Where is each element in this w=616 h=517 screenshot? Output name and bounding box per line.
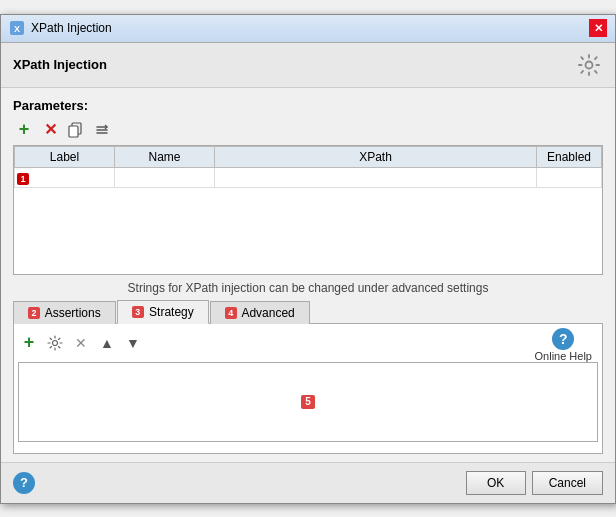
area-badge-5: 5	[301, 395, 315, 409]
assertions-up-button[interactable]: ▲	[96, 332, 118, 354]
help-icon: ?	[552, 328, 574, 350]
gear-icon[interactable]	[575, 51, 603, 79]
tab-badge-assertions: 2	[28, 307, 40, 319]
copy-parameter-button[interactable]	[65, 119, 87, 141]
assertions-remove-button[interactable]: ✕	[70, 332, 92, 354]
title-bar-text: XPath Injection	[31, 21, 112, 35]
footer-help-button[interactable]: ?	[13, 472, 35, 494]
row-empty-enabled	[537, 167, 602, 187]
table-row-first: 1	[15, 167, 602, 187]
title-bar-left: X XPath Injection	[9, 20, 112, 36]
row-empty-name	[115, 167, 215, 187]
assertions-content: 5	[18, 362, 598, 442]
window-icon: X	[9, 20, 25, 36]
online-help[interactable]: ? Online Help	[535, 328, 592, 362]
parameters-toolbar: + ✕	[13, 119, 603, 141]
tab-content-area: + ✕ ▲ ▼ ? Online Help 5	[13, 324, 603, 454]
row-empty-xpath	[215, 167, 537, 187]
tab-badge-strategy: 3	[132, 306, 144, 318]
cancel-button[interactable]: Cancel	[532, 471, 603, 495]
svg-point-5	[53, 340, 58, 345]
tab-assertions[interactable]: 2 Assertions	[13, 301, 116, 324]
ok-button[interactable]: OK	[466, 471, 526, 495]
section-title: XPath Injection	[13, 57, 107, 72]
tab-advanced-label: Advanced	[241, 306, 294, 320]
svg-text:X: X	[14, 24, 20, 34]
footer-right: OK Cancel	[466, 471, 603, 495]
remove-parameter-button[interactable]: ✕	[39, 119, 61, 141]
tab-strategy[interactable]: 3 Strategy	[117, 300, 209, 324]
assertions-settings-button[interactable]	[44, 332, 66, 354]
col-name: Name	[115, 146, 215, 167]
main-window: X XPath Injection ✕ XPath Injection Para…	[0, 14, 616, 504]
assertions-add-button[interactable]: +	[18, 332, 40, 354]
tabs-container: 2 Assertions 3 Strategy 4 Advanced	[13, 299, 603, 324]
row-badge-cell: 1	[15, 167, 115, 187]
col-label: Label	[15, 146, 115, 167]
tab-badge-advanced: 4	[225, 307, 237, 319]
add-parameter-button[interactable]: +	[13, 119, 35, 141]
col-enabled: Enabled	[537, 146, 602, 167]
parameters-table: Label Name XPath Enabled 1	[14, 146, 602, 188]
col-xpath: XPath	[215, 146, 537, 167]
tab-strategy-label: Strategy	[149, 305, 194, 319]
title-bar: X XPath Injection ✕	[1, 15, 615, 43]
online-help-label: Online Help	[535, 350, 592, 362]
row-number-1: 1	[17, 173, 29, 185]
tab-advanced[interactable]: 4 Advanced	[210, 301, 310, 324]
info-text: Strings for XPath injection can be chang…	[13, 281, 603, 295]
footer-left: ?	[13, 472, 35, 494]
assertions-down-button[interactable]: ▼	[122, 332, 144, 354]
svg-rect-4	[69, 126, 78, 137]
main-content: Parameters: + ✕	[1, 98, 615, 462]
parameters-label: Parameters:	[13, 98, 603, 113]
tab-assertions-label: Assertions	[45, 306, 101, 320]
parameters-table-container: Label Name XPath Enabled 1	[13, 145, 603, 275]
svg-point-2	[586, 61, 593, 68]
move-parameter-button[interactable]	[91, 119, 113, 141]
section-header: XPath Injection	[1, 43, 615, 88]
assertions-toolbar: + ✕ ▲ ▼	[18, 328, 598, 358]
footer: ? OK Cancel	[1, 462, 615, 503]
close-button[interactable]: ✕	[589, 19, 607, 37]
